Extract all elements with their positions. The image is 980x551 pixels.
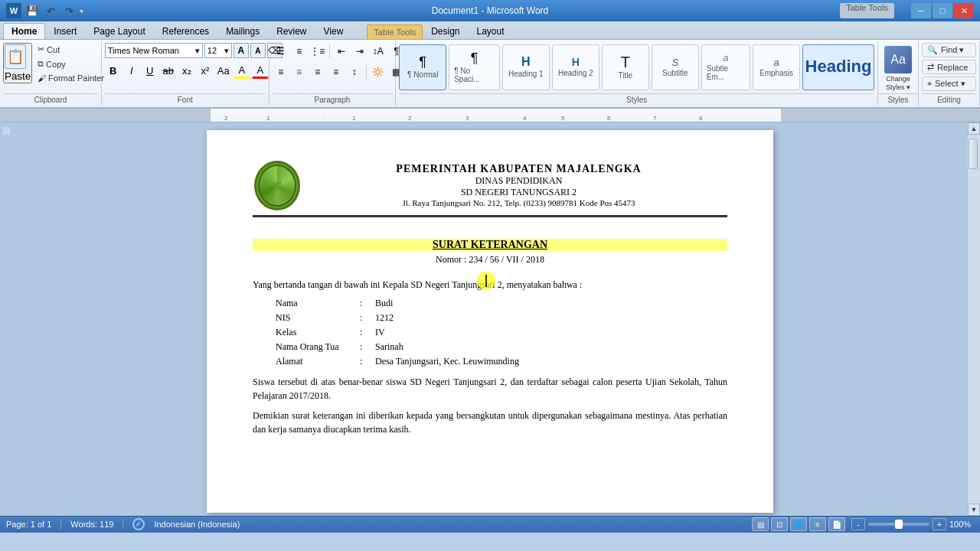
- surat-nomor: Nomor : 234 / 56 / VII / 2018: [253, 254, 727, 266]
- sort-button[interactable]: ↕A: [370, 43, 387, 60]
- font-row1: Times New Roman ▾ 12 ▾ A A ⌫: [105, 43, 283, 58]
- zoom-in-button[interactable]: +: [933, 518, 946, 530]
- decrease-indent-button[interactable]: ⇤: [333, 43, 350, 60]
- change-case-button[interactable]: Aa: [215, 62, 232, 79]
- font-shrink-button[interactable]: A: [250, 43, 266, 58]
- close-button[interactable]: ✕: [954, 3, 974, 18]
- replace-button[interactable]: ⇄ Replace: [922, 60, 976, 74]
- align-left-button[interactable]: ≡: [273, 64, 289, 80]
- clipboard-label: Clipboard: [3, 93, 98, 104]
- subscript-button[interactable]: x₂: [178, 62, 195, 79]
- window-controls: Table Tools ─ □ ✕: [840, 3, 974, 18]
- tab-home[interactable]: Home: [3, 23, 45, 39]
- scroll-down-button[interactable]: ▼: [968, 504, 980, 516]
- italic-button[interactable]: I: [123, 62, 140, 79]
- left-panel-control[interactable]: [2, 127, 10, 135]
- font-grow-button[interactable]: A: [234, 43, 249, 58]
- style-heading1[interactable]: H Heading 1: [502, 44, 550, 90]
- zoom-slider[interactable]: [868, 523, 929, 526]
- scroll-area[interactable]: 🌿 PEMERINTAH KABUPATEN MAJALENGKA DINAS …: [12, 122, 968, 516]
- paste-label: Paste: [5, 70, 31, 82]
- change-styles-label: ChangeStyles ▾: [886, 75, 910, 92]
- bullet-list-button[interactable]: ☰: [273, 43, 289, 60]
- ribbon-group-clipboard: 📋 Paste ✂ Cut ⧉ Copy 🖌 Format Painter Cl…: [0, 41, 102, 106]
- line-spacing-button[interactable]: ↕: [346, 64, 363, 80]
- tab-references[interactable]: References: [154, 23, 217, 39]
- left-panel: [0, 122, 12, 516]
- outline-button[interactable]: ≡: [809, 517, 826, 531]
- language-indicator[interactable]: Indonesian (Indonesia): [154, 520, 240, 529]
- style-subtle-em[interactable]: a Subtle Em...: [701, 44, 750, 90]
- multilevel-list-button[interactable]: ⋮≡: [309, 43, 326, 60]
- tab-view[interactable]: View: [315, 23, 352, 39]
- align-center-button[interactable]: ≡: [291, 64, 308, 80]
- underline-button[interactable]: U: [142, 62, 158, 79]
- style-subtitle-label: Subtitle: [662, 69, 688, 77]
- style-heading1-preview: H: [521, 56, 531, 68]
- style-heading-preview: Heading: [805, 58, 872, 75]
- scroll-thumb[interactable]: [969, 139, 978, 169]
- tab-review[interactable]: Review: [268, 23, 315, 39]
- format-painter-button[interactable]: 🖌 Format Painter: [34, 72, 108, 84]
- surat-title: SURAT KETERANGAN: [253, 239, 727, 251]
- justify-button[interactable]: ≡: [328, 64, 345, 80]
- para-divider2: [366, 65, 367, 79]
- spell-check-icon[interactable]: ✓: [132, 518, 145, 530]
- font-size-dropdown[interactable]: 12 ▾: [204, 43, 232, 58]
- bold-button[interactable]: B: [105, 62, 122, 79]
- style-emphasis-label: Emphasis: [760, 69, 793, 77]
- logo-text: 🌿: [273, 181, 282, 190]
- style-heading2[interactable]: H Heading 2: [552, 44, 599, 90]
- quick-redo-button[interactable]: ↷: [61, 4, 77, 18]
- quick-undo-button[interactable]: ↶: [43, 4, 58, 18]
- kelas-value: IV: [375, 327, 727, 338]
- kelas-colon: :: [360, 327, 375, 338]
- change-styles-button[interactable]: Aа ChangeStyles ▾: [881, 44, 915, 93]
- full-screen-button[interactable]: ⊡: [771, 517, 788, 531]
- zoom-thumb[interactable]: [895, 520, 903, 529]
- style-no-spacing[interactable]: ¶ ¶ No Spaci...: [449, 44, 500, 90]
- style-normal[interactable]: ¶ ¶ Normal: [399, 44, 446, 90]
- select-button[interactable]: ⌖ Select ▾: [922, 77, 976, 91]
- ortu-value: Sarinah: [375, 341, 727, 353]
- styles-row: ¶ ¶ Normal ¶ ¶ No Spaci... H Heading 1 H…: [399, 43, 874, 92]
- font-name-dropdown[interactable]: Times New Roman ▾: [105, 43, 203, 58]
- scroll-track[interactable]: [968, 135, 980, 504]
- maximize-button[interactable]: □: [933, 3, 952, 18]
- tab-insert[interactable]: Insert: [45, 23, 85, 39]
- strikethrough-button[interactable]: ab: [160, 62, 177, 79]
- highlight-button[interactable]: A: [234, 62, 250, 79]
- paste-button[interactable]: 📋 Paste: [3, 43, 32, 83]
- align-right-button[interactable]: ≡: [309, 64, 326, 80]
- style-title[interactable]: T Title: [602, 44, 649, 90]
- superscript-button[interactable]: x²: [197, 62, 214, 79]
- font-content: Times New Roman ▾ 12 ▾ A A ⌫ B I U ab x₂…: [105, 43, 266, 92]
- shading-button[interactable]: 🔆: [370, 64, 387, 80]
- style-subtitle[interactable]: S Subtitle: [652, 44, 699, 90]
- copy-button[interactable]: ⧉ Copy: [34, 57, 108, 70]
- scroll-up-button[interactable]: ▲: [968, 122, 980, 135]
- tab-layout[interactable]: Layout: [469, 23, 513, 39]
- find-button[interactable]: 🔍 Find ▾: [922, 43, 976, 57]
- web-layout-button[interactable]: 🌐: [790, 517, 807, 531]
- numbered-list-button[interactable]: ≡: [291, 43, 308, 60]
- tab-mailings[interactable]: Mailings: [217, 23, 268, 39]
- quick-access-dropdown[interactable]: ▾: [80, 7, 83, 15]
- font-row2: B I U ab x₂ x² Aa A A: [105, 62, 269, 79]
- font-color-button[interactable]: A: [252, 62, 269, 79]
- style-heading-big[interactable]: Heading: [802, 44, 874, 90]
- tab-design[interactable]: Design: [423, 23, 468, 39]
- minimize-button[interactable]: ─: [911, 3, 931, 18]
- ortu-colon: :: [360, 341, 375, 353]
- status-sep1: [60, 519, 61, 530]
- style-emphasis[interactable]: a Emphasis: [753, 44, 800, 90]
- cut-button[interactable]: ✂ Cut: [34, 43, 108, 56]
- increase-indent-button[interactable]: ⇥: [351, 43, 368, 60]
- view-buttons: ▤ ⊡ 🌐 ≡ 📄: [752, 517, 845, 531]
- zoom-out-button[interactable]: -: [851, 518, 865, 530]
- nama-colon: :: [360, 298, 375, 309]
- tab-page-layout[interactable]: Page Layout: [85, 23, 153, 39]
- quick-save-button[interactable]: 💾: [24, 4, 40, 18]
- draft-button[interactable]: 📄: [828, 517, 845, 531]
- print-layout-button[interactable]: ▤: [752, 517, 769, 531]
